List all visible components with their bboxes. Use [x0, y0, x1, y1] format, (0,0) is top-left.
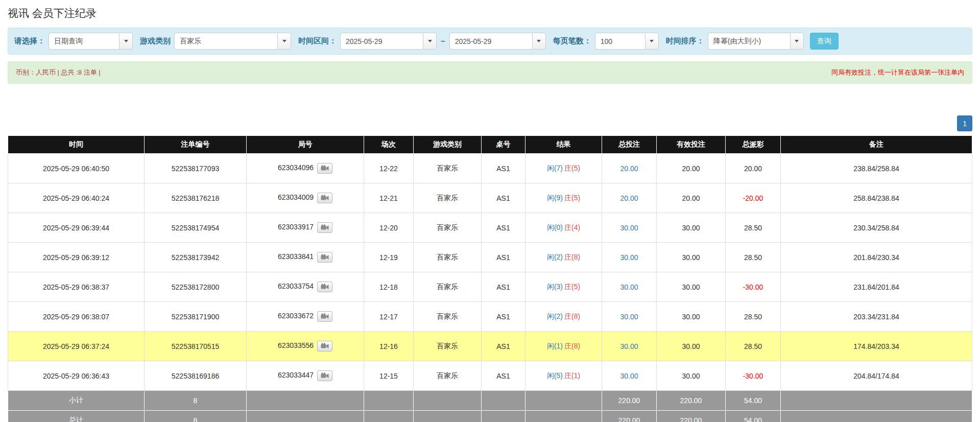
cell-round-id: 623034096 [247, 154, 364, 183]
total-empty [414, 411, 482, 422]
video-button[interactable] [317, 222, 332, 233]
total-bet-link[interactable]: 30.00 [620, 342, 638, 350]
column-header: 桌号 [482, 136, 525, 154]
cell-result: 闲(1)庄(8) [525, 332, 602, 361]
cell-round-id: 623033754 [247, 272, 364, 302]
result-player: 闲(0) [547, 223, 563, 231]
cell-session: 12-16 [364, 332, 414, 361]
video-button[interactable] [317, 193, 332, 203]
video-button[interactable] [317, 311, 332, 322]
cell-result: 闲(0)庄(4) [525, 213, 602, 243]
video-button[interactable] [317, 163, 332, 174]
cell-session: 12-17 [364, 302, 414, 332]
round-id-text: 623033754 [278, 282, 314, 290]
cell-time: 2025-05-29 06:38:07 [8, 302, 145, 332]
video-camera-icon [321, 195, 329, 201]
cell-game-type: 百家乐 [414, 213, 482, 243]
column-header: 总派彩 [726, 136, 781, 154]
cell-total-bet: 20.00 [602, 154, 657, 183]
cell-table-no: AS1 [482, 243, 525, 272]
chevron-down-icon [795, 40, 799, 42]
game-type-input[interactable] [174, 33, 277, 50]
subtotal-payout: 54.00 [726, 391, 781, 411]
round-id-text: 623033841 [278, 252, 314, 261]
cell-game-type: 百家乐 [414, 272, 482, 302]
date-from-dropdown-button[interactable] [423, 33, 437, 50]
subtotal-empty [781, 391, 972, 411]
subtotal-empty [414, 391, 482, 411]
date-from-input[interactable] [340, 33, 423, 50]
page-size-input[interactable] [595, 33, 645, 50]
video-camera-icon [321, 284, 329, 290]
cell-table-no: AS1 [482, 213, 525, 243]
chevron-down-icon [124, 40, 128, 42]
table-row: 2025-05-29 06:40:24522538176218623034009… [8, 183, 972, 213]
cell-valid-bet: 30.00 [657, 213, 726, 243]
total-payout: 54.00 [726, 411, 781, 422]
total-bet-link[interactable]: 30.00 [620, 372, 638, 380]
query-type-dropdown-button[interactable] [119, 33, 133, 50]
cell-valid-bet: 30.00 [657, 361, 726, 391]
time-range-label: 时间区间： [298, 36, 337, 46]
cell-game-type: 百家乐 [414, 332, 482, 361]
date-to-dropdown-button[interactable] [532, 33, 546, 50]
round-id-text: 623034096 [278, 163, 314, 172]
video-camera-icon [321, 224, 329, 230]
sort-dropdown-button[interactable] [790, 33, 804, 50]
cell-bet-id: 522538171900 [145, 302, 247, 332]
cell-total-bet: 30.00 [602, 302, 657, 332]
page-size-dropdown-button[interactable] [645, 33, 659, 50]
cell-payout: -20.00 [726, 183, 781, 213]
result-banker: 庄(8) [564, 253, 580, 261]
column-header: 总投注 [602, 136, 657, 154]
summary-bar: 币别：人民币 | 总共 :8 注单 | 同局有效投注，统一计算在该局第一张注单内 [8, 61, 972, 84]
query-type-input[interactable] [49, 33, 119, 50]
cell-result: 闲(2)庄(8) [525, 302, 602, 332]
total-bet-link[interactable]: 30.00 [620, 283, 638, 291]
page-size-combobox [595, 33, 659, 50]
cell-session: 12-22 [364, 154, 414, 183]
total-bet-link[interactable]: 30.00 [620, 313, 638, 321]
game-type-dropdown-button[interactable] [277, 33, 291, 50]
cell-session: 12-21 [364, 183, 414, 213]
search-button[interactable]: 查询 [810, 33, 839, 50]
cell-remark: 258.84/238.84 [781, 183, 972, 213]
cell-remark: 230.34/258.84 [781, 213, 972, 243]
video-button[interactable] [317, 252, 332, 263]
cell-payout: 20.00 [726, 154, 781, 183]
cell-total-bet: 20.00 [602, 183, 657, 213]
subtotal-empty [364, 391, 414, 411]
chevron-down-icon [537, 40, 541, 42]
cell-table-no: AS1 [482, 154, 525, 183]
round-id-text: 623033556 [278, 341, 314, 349]
cell-session: 12-18 [364, 272, 414, 302]
total-bet-link[interactable]: 30.00 [620, 253, 638, 262]
cell-round-id: 623034009 [247, 183, 364, 213]
total-bet-link[interactable]: 20.00 [620, 165, 638, 173]
sort-input[interactable] [708, 33, 790, 50]
video-camera-icon [321, 313, 329, 319]
cell-valid-bet: 30.00 [657, 272, 726, 302]
range-separator: ~ [441, 37, 445, 45]
table-row: 2025-05-29 06:37:24522538170515623033556… [8, 332, 972, 361]
sort-combobox [708, 33, 804, 50]
total-count: 8 [145, 411, 247, 422]
video-button[interactable] [317, 370, 332, 381]
cell-result: 闲(5)庄(1) [525, 361, 602, 391]
cell-payout: 28.50 [726, 302, 781, 332]
table-row: 2025-05-29 06:39:44522538174954623033917… [8, 213, 972, 243]
cell-valid-bet: 30.00 [657, 332, 726, 361]
filter-group-game-type: 游戏类别 [140, 33, 291, 50]
page-1-button[interactable]: 1 [957, 115, 972, 131]
page-container: 视讯 会员下注纪录 请选择： 游戏类别 时间区间： ~ [0, 0, 980, 422]
page-title: 视讯 会员下注纪录 [8, 6, 972, 20]
video-button[interactable] [317, 282, 332, 292]
table-row: 2025-05-29 06:39:12522538173942623033841… [8, 243, 972, 272]
date-to-input[interactable] [449, 33, 532, 50]
table-body: 2025-05-29 06:40:50522538177093623034096… [8, 154, 972, 391]
column-header: 结果 [525, 136, 602, 154]
query-type-combobox [49, 33, 133, 50]
total-bet-link[interactable]: 30.00 [620, 224, 638, 232]
video-button[interactable] [317, 341, 332, 351]
total-bet-link[interactable]: 20.00 [620, 194, 638, 202]
